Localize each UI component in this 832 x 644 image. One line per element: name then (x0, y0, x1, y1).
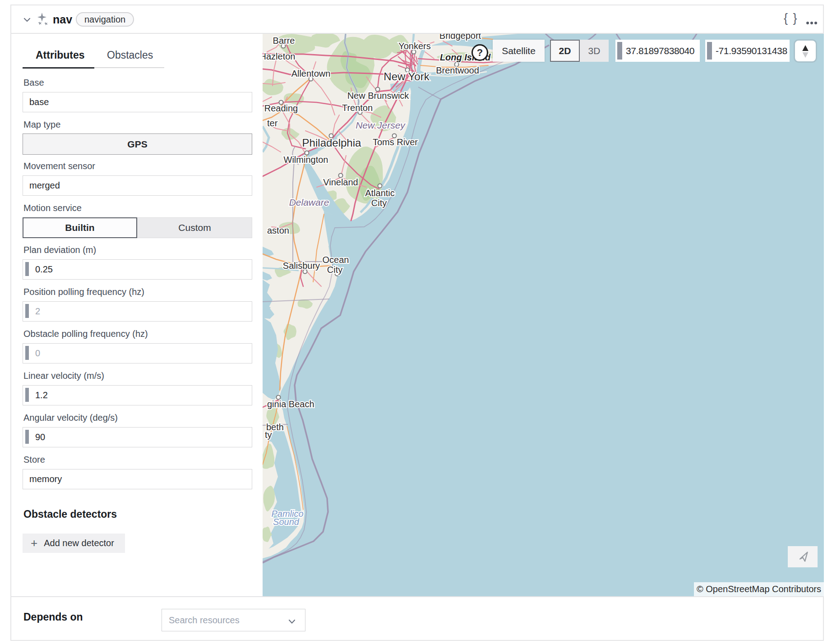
svg-text:Toms River: Toms River (373, 137, 418, 147)
svg-text:Sound: Sound (273, 517, 300, 527)
svg-text:Barre: Barre (273, 36, 295, 46)
svg-text:New Jersey: New Jersey (356, 120, 406, 130)
svg-text:Atlantic: Atlantic (365, 188, 395, 198)
svg-text:Bridgeport: Bridgeport (439, 34, 481, 41)
svg-text:ty: ty (265, 430, 272, 440)
svg-text:Brentwood: Brentwood (436, 65, 479, 75)
svg-text:Salisbury: Salisbury (283, 261, 320, 271)
svg-text:Ocean: Ocean (323, 255, 349, 265)
svg-text:Hazleton: Hazleton (263, 51, 295, 61)
svg-text:Vineland: Vineland (323, 177, 358, 187)
svg-text:Yonkers: Yonkers (398, 41, 431, 51)
svg-text:Reading: Reading (264, 103, 298, 113)
svg-text:Philadelphia: Philadelphia (302, 137, 361, 149)
svg-text:Delaware: Delaware (289, 197, 329, 207)
svg-text:aston: aston (267, 225, 289, 235)
svg-text:City: City (371, 198, 387, 208)
svg-text:ginia Beach: ginia Beach (267, 399, 314, 409)
svg-text:New Brunswick: New Brunswick (347, 91, 410, 101)
svg-text:ter: ter (267, 118, 278, 128)
svg-text:Trenton: Trenton (342, 103, 373, 113)
svg-text:Allentown: Allentown (291, 69, 331, 78)
svg-text:New York: New York (384, 70, 430, 83)
svg-text:City: City (327, 265, 342, 275)
svg-text:Wilmington: Wilmington (284, 155, 328, 165)
